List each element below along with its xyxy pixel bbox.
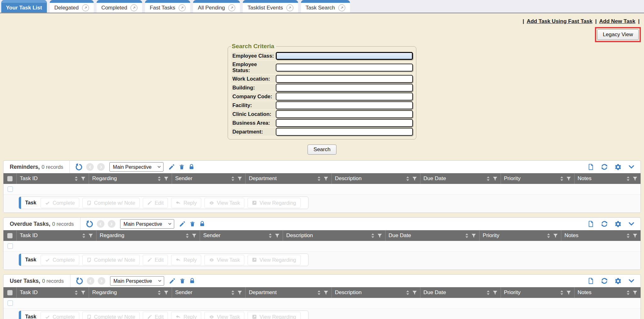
select-all-checkbox[interactable] <box>7 233 13 238</box>
chevron-left-icon[interactable] <box>97 220 104 228</box>
perspective-select[interactable]: Main Perspective <box>120 219 174 229</box>
lock-icon[interactable] <box>189 277 195 284</box>
sort-icon[interactable] <box>317 290 321 295</box>
external-link-icon[interactable] <box>82 4 89 11</box>
sort-icon[interactable] <box>317 176 321 181</box>
refresh-icon[interactable] <box>601 220 608 228</box>
column-header[interactable]: Due Date <box>420 173 501 184</box>
chevron-down-icon[interactable] <box>628 163 635 170</box>
column-header[interactable]: Sender <box>172 173 246 184</box>
task-action-button[interactable]: View Task <box>204 312 245 319</box>
filter-icon[interactable] <box>81 290 86 295</box>
task-action-button[interactable]: View Regarding <box>247 255 300 265</box>
add-task-using-fast-task-link[interactable]: Add Task Using Fast Task <box>527 18 592 24</box>
task-action-button[interactable]: Reply <box>171 312 201 319</box>
pencil-icon[interactable] <box>169 277 176 284</box>
filter-icon[interactable] <box>566 176 571 181</box>
field-input[interactable] <box>276 93 413 100</box>
tab-fast-tasks[interactable]: Fast Tasks <box>145 0 190 13</box>
sort-icon[interactable] <box>157 290 161 295</box>
task-action-button[interactable]: Complete w/ Note <box>82 198 140 208</box>
sort-icon[interactable] <box>406 290 410 295</box>
undo-icon[interactable] <box>75 163 83 171</box>
chevron-right-icon[interactable] <box>97 163 105 171</box>
refresh-icon[interactable] <box>601 277 608 285</box>
field-input[interactable] <box>276 110 413 118</box>
sort-icon[interactable] <box>185 233 189 238</box>
lock-icon[interactable] <box>199 220 205 227</box>
legacy-view-button[interactable]: Legacy View <box>597 29 639 40</box>
task-action-button[interactable]: Edit <box>143 312 168 319</box>
undo-icon[interactable] <box>86 220 93 228</box>
field-input[interactable] <box>276 64 413 71</box>
sort-icon[interactable] <box>560 290 564 295</box>
sort-icon[interactable] <box>486 290 490 295</box>
row-checkbox[interactable] <box>8 243 13 249</box>
filter-icon[interactable] <box>633 290 637 295</box>
refresh-icon[interactable] <box>601 163 608 171</box>
column-header[interactable]: Description <box>332 287 420 298</box>
column-header[interactable]: Description <box>283 230 385 241</box>
row-checkbox[interactable] <box>8 300 13 306</box>
chevron-left-icon[interactable] <box>87 277 94 285</box>
task-action-button[interactable]: Reply <box>171 198 201 208</box>
column-header[interactable]: Task ID <box>17 287 89 298</box>
column-header[interactable]: Regarding <box>89 287 172 298</box>
column-header[interactable]: Notes <box>561 230 641 241</box>
tab-all-pending[interactable]: All Pending <box>193 0 240 13</box>
sort-icon[interactable] <box>486 176 490 181</box>
row-checkbox[interactable] <box>8 186 13 192</box>
sort-icon[interactable] <box>560 176 564 181</box>
task-action-button[interactable]: Complete w/ Note <box>82 312 140 319</box>
column-header[interactable]: Task ID <box>17 230 97 241</box>
task-action-button[interactable]: View Task <box>204 198 245 208</box>
lock-icon[interactable] <box>188 163 195 170</box>
chevron-down-icon[interactable] <box>628 277 635 284</box>
sort-icon[interactable] <box>231 290 235 295</box>
select-all-checkbox[interactable] <box>7 290 13 295</box>
sort-icon[interactable] <box>626 176 630 181</box>
task-action-button[interactable]: Complete <box>41 198 79 208</box>
external-link-icon[interactable] <box>179 4 186 11</box>
column-header[interactable]: Regarding <box>97 230 200 241</box>
filter-icon[interactable] <box>377 233 382 238</box>
filter-icon[interactable] <box>553 233 558 238</box>
filter-icon[interactable] <box>164 290 169 295</box>
task-action-button[interactable]: Reply <box>171 255 201 265</box>
field-input[interactable] <box>276 75 413 83</box>
new-document-icon[interactable] <box>587 220 594 228</box>
filter-icon[interactable] <box>81 176 86 181</box>
sort-icon[interactable] <box>547 233 551 238</box>
sort-icon[interactable] <box>74 176 78 181</box>
column-header[interactable]: Sender <box>172 287 246 298</box>
column-header[interactable]: Notes <box>575 287 641 298</box>
task-action-button[interactable]: View Regarding <box>247 198 300 208</box>
sort-icon[interactable] <box>626 233 630 238</box>
column-header[interactable]: Regarding <box>89 173 172 184</box>
filter-icon[interactable] <box>471 233 476 238</box>
search-button[interactable]: Search <box>308 145 336 155</box>
sort-icon[interactable] <box>231 176 235 181</box>
field-input[interactable] <box>276 101 413 109</box>
trash-icon[interactable] <box>179 163 185 170</box>
column-header[interactable]: Notes <box>575 173 641 184</box>
filter-icon[interactable] <box>164 176 169 181</box>
column-header[interactable]: Description <box>332 173 420 184</box>
external-link-icon[interactable] <box>228 4 235 11</box>
task-action-button[interactable]: Edit <box>143 255 168 265</box>
filter-icon[interactable] <box>237 290 242 295</box>
filter-icon[interactable] <box>275 233 280 238</box>
select-all-checkbox[interactable] <box>7 176 13 181</box>
field-input[interactable] <box>276 84 413 92</box>
filter-icon[interactable] <box>493 290 497 295</box>
task-action-button[interactable]: View Regarding <box>247 312 300 319</box>
filter-icon[interactable] <box>412 290 417 295</box>
filter-icon[interactable] <box>633 176 637 181</box>
task-action-button[interactable]: Complete <box>41 255 79 265</box>
trash-icon[interactable] <box>179 277 186 284</box>
task-action-button[interactable]: Complete w/ Note <box>82 255 140 265</box>
gear-icon[interactable] <box>614 277 622 285</box>
task-action-button[interactable]: Complete <box>41 312 79 319</box>
tab-completed[interactable]: Completed <box>97 0 142 13</box>
column-header[interactable]: Department <box>246 173 332 184</box>
